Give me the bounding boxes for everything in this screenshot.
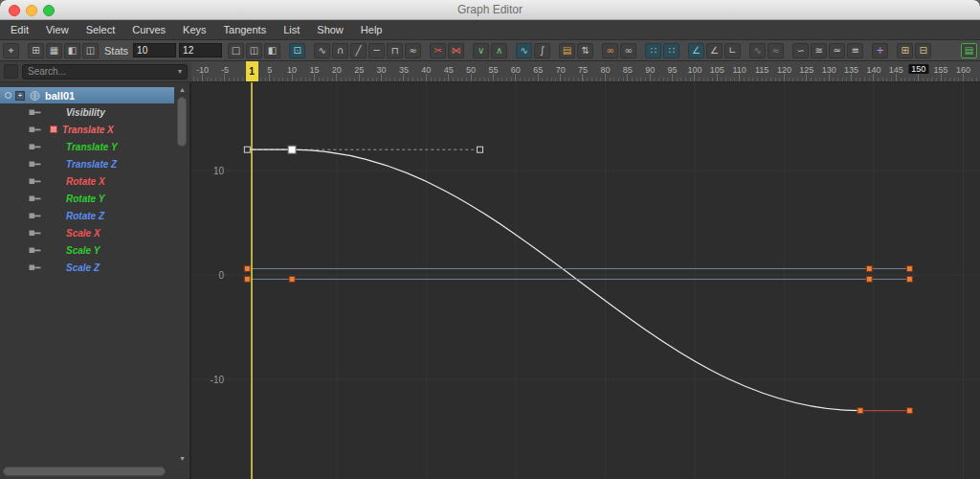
keyframe[interactable] bbox=[288, 146, 296, 153]
frame-playback-range-icon[interactable]: ⊡ bbox=[289, 43, 305, 58]
out-tangent-angle-icon[interactable]: ∠ bbox=[706, 43, 723, 58]
mute-icon[interactable] bbox=[29, 211, 41, 220]
menu-select[interactable]: Select bbox=[78, 20, 124, 40]
lock-tangent-weight-icon[interactable]: ∧ bbox=[491, 43, 507, 58]
menu-view[interactable]: View bbox=[37, 20, 78, 40]
channel-row-translate-x[interactable]: Translate X bbox=[0, 121, 174, 138]
tangent-length-icon[interactable]: ∟ bbox=[724, 43, 741, 58]
vertical-scrollbar-thumb[interactable] bbox=[177, 97, 187, 147]
value-snap-icon[interactable]: ∷ bbox=[663, 43, 679, 58]
menu-show[interactable]: Show bbox=[308, 20, 352, 40]
channel-row-rotate-x[interactable]: Rotate X bbox=[0, 172, 174, 190]
keyframe[interactable] bbox=[906, 265, 912, 271]
fixed-tangent-icon[interactable]: ∫ bbox=[534, 43, 550, 58]
mute-icon[interactable] bbox=[29, 176, 41, 186]
scroll-up-icon[interactable]: ▲ bbox=[176, 84, 189, 95]
region-keys-tool-icon[interactable]: ◧ bbox=[64, 43, 80, 58]
auto-tangent-icon[interactable]: ∿ bbox=[516, 43, 532, 58]
titlebar[interactable]: Graph Editor bbox=[0, 0, 980, 20]
resample-curve-icon[interactable]: ≃ bbox=[829, 43, 845, 58]
menu-curves[interactable]: Curves bbox=[123, 20, 174, 40]
expand-icon[interactable]: + bbox=[15, 91, 25, 101]
channel-row-translate-z[interactable]: Translate Z bbox=[0, 155, 174, 172]
stat-value-input[interactable] bbox=[179, 43, 222, 57]
keyframe[interactable] bbox=[244, 276, 250, 282]
vertical-scrollbar[interactable]: ▲ ▼ bbox=[176, 84, 189, 464]
mute-icon[interactable] bbox=[29, 107, 41, 117]
swap-buffer-curves-icon[interactable]: ⇅ bbox=[577, 43, 593, 58]
open-graph-editor-icon[interactable]: ▤ bbox=[961, 43, 977, 58]
insert-keys-tool-icon[interactable]: ⊞ bbox=[28, 43, 44, 58]
absolute-view-icon[interactable]: □ bbox=[228, 43, 244, 58]
buffer-curve-snapshot-icon[interactable]: ▤ bbox=[559, 43, 575, 58]
plateau-tangents-icon[interactable]: ≈ bbox=[405, 43, 421, 58]
flat-tangents-icon[interactable]: ─ bbox=[368, 43, 385, 58]
stacked-view-icon[interactable]: ◫ bbox=[246, 43, 262, 58]
linear-tangents-icon[interactable]: ╱ bbox=[350, 43, 367, 58]
menu-keys[interactable]: Keys bbox=[174, 20, 214, 40]
mute-icon[interactable] bbox=[29, 228, 41, 238]
bake-channel-icon[interactable]: ≡ bbox=[847, 43, 863, 58]
keyframe-stats-icon[interactable]: ⊞ bbox=[897, 43, 913, 58]
scroll-down-icon[interactable]: ▼ bbox=[176, 453, 189, 464]
keyframe[interactable] bbox=[244, 147, 250, 152]
menu-edit[interactable]: Edit bbox=[2, 20, 37, 40]
animation-translate-main-curve[interactable] bbox=[247, 149, 860, 411]
current-time-marker[interactable]: 1 bbox=[246, 61, 258, 82]
retime-tool-icon[interactable]: ◫ bbox=[82, 43, 99, 58]
keyframe[interactable] bbox=[858, 408, 863, 414]
keyframe[interactable] bbox=[906, 408, 912, 414]
post-infinity-cycle-icon[interactable]: ∞ bbox=[620, 43, 636, 58]
normalized-view-icon[interactable]: ◧ bbox=[264, 43, 280, 58]
in-tangent-angle-icon[interactable]: ∠ bbox=[688, 43, 704, 58]
horizontal-scrollbar-thumb[interactable] bbox=[3, 467, 166, 476]
mute-icon[interactable] bbox=[29, 142, 41, 151]
menu-help[interactable]: Help bbox=[352, 20, 391, 40]
close-button[interactable] bbox=[9, 5, 20, 16]
channel-row-rotate-z[interactable]: Rotate Z bbox=[0, 207, 174, 224]
menu-list[interactable]: List bbox=[275, 20, 308, 40]
dope-sheet-icon[interactable]: ⊟ bbox=[915, 43, 931, 58]
keyframe[interactable] bbox=[477, 147, 482, 152]
step-tangents-icon[interactable]: ⊓ bbox=[387, 43, 403, 58]
keyframe[interactable] bbox=[866, 276, 872, 282]
mute-icon[interactable] bbox=[29, 262, 41, 272]
channel-row-rotate-y[interactable]: Rotate Y bbox=[0, 190, 174, 207]
smooth-curve-icon[interactable]: ∽ bbox=[792, 43, 809, 58]
pre-infinity-cycle-icon[interactable]: ∞ bbox=[602, 43, 618, 58]
template-channel-icon[interactable]: ≈ bbox=[768, 43, 784, 58]
keyframe[interactable] bbox=[866, 265, 872, 271]
move-nearest-picked-key-tool-icon[interactable]: ⌖ bbox=[3, 43, 19, 58]
search-input[interactable]: Search... ▾ bbox=[22, 64, 188, 80]
spline-tangents-icon[interactable]: ∿ bbox=[314, 43, 330, 58]
disclosure-icon[interactable] bbox=[5, 92, 11, 99]
unify-tangents-icon[interactable]: ⋈ bbox=[448, 43, 464, 58]
mute-icon[interactable] bbox=[29, 125, 41, 134]
tree-item-ball01[interactable]: + ball01 bbox=[0, 87, 174, 103]
mute-icon[interactable] bbox=[29, 245, 41, 255]
mute-icon[interactable] bbox=[29, 159, 41, 169]
break-tangents-icon[interactable]: ✂ bbox=[430, 43, 446, 58]
keyframe[interactable] bbox=[906, 276, 912, 282]
clamped-tangents-icon[interactable]: ∩ bbox=[332, 43, 348, 58]
channel-row-translate-y[interactable]: Translate Y bbox=[0, 138, 174, 155]
channel-row-visibility[interactable]: Visibility bbox=[0, 103, 174, 121]
horizontal-scrollbar[interactable] bbox=[2, 467, 173, 477]
channel-row-scale-x[interactable]: Scale X bbox=[0, 224, 174, 241]
keyframe[interactable] bbox=[289, 276, 295, 282]
move-key-tool-icon[interactable]: + bbox=[872, 43, 888, 58]
mute-icon[interactable] bbox=[29, 194, 41, 203]
search-dropdown-icon[interactable]: ▾ bbox=[178, 67, 182, 76]
menu-tangents[interactable]: Tangents bbox=[215, 20, 276, 40]
timeline-ruler[interactable]: -10-551015202530354045505560657075808590… bbox=[191, 61, 980, 82]
simplify-curve-icon[interactable]: ≅ bbox=[811, 43, 827, 58]
graph-view[interactable]: 100-10 bbox=[191, 82, 980, 479]
stat-frame-input[interactable] bbox=[133, 43, 176, 57]
filter-button[interactable] bbox=[4, 64, 18, 79]
free-tangent-weight-icon[interactable]: ∨ bbox=[473, 43, 489, 58]
channel-row-scale-y[interactable]: Scale Y bbox=[0, 241, 174, 259]
lattice-deform-keys-tool-icon[interactable]: ▦ bbox=[46, 43, 62, 58]
keyframe[interactable] bbox=[244, 265, 250, 271]
time-snap-icon[interactable]: ∷ bbox=[645, 43, 661, 58]
isolate-curve-icon[interactable]: ∿ bbox=[749, 43, 766, 58]
